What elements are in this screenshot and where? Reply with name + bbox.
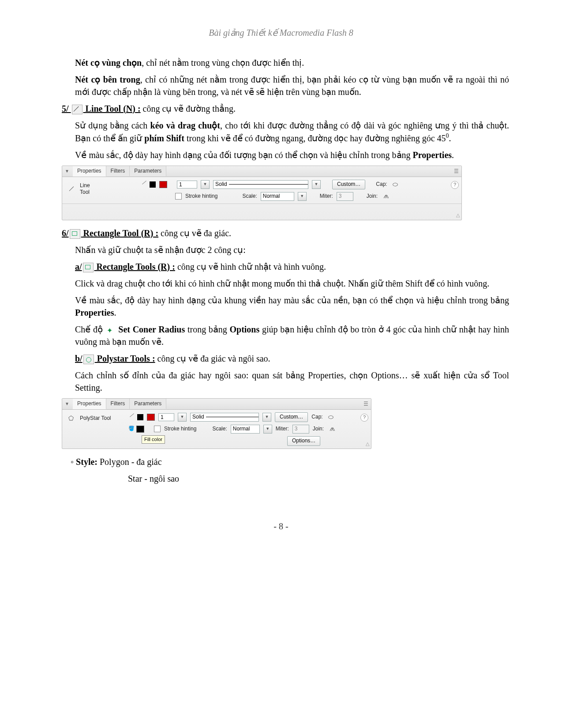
scale-label: Scale: (242, 192, 257, 200)
stroke-hinting-label: Stroke hinting (185, 192, 217, 200)
panel-menu-icon[interactable]: ☰ (363, 400, 368, 408)
page-header: Bài giảng Thiết kế Macromedia Flash 8 (53, 26, 509, 39)
para-style-polygon: ◦ Style: Polygon - đa giác (71, 456, 509, 468)
panel-resize-icon[interactable]: △ (366, 441, 369, 447)
panel-collapse-icon[interactable]: ▼ (65, 401, 69, 407)
stroke-style-select[interactable]: Solid (190, 413, 259, 422)
fill-color-picker[interactable] (136, 426, 144, 433)
miter-label: Miter: (320, 192, 333, 200)
miter-input[interactable]: 3 (292, 425, 309, 434)
polystar-tool-icon (83, 355, 94, 364)
page-number: - 8 - (53, 520, 509, 532)
tab-filters[interactable]: Filters (106, 166, 130, 176)
scale-select[interactable]: Normal (231, 425, 260, 434)
para-brush-selection: Nét cọ vùng chọn, chỉ nét nằm trong vùng… (75, 57, 509, 69)
miter-label: Miter: (276, 425, 289, 433)
fill-color-group[interactable] (129, 426, 144, 433)
line-tool-icon (68, 185, 75, 192)
custom-button[interactable]: Custom… (275, 412, 308, 422)
panel-tabs: ▼ Properties Filters Parameters (62, 166, 461, 177)
tab-parameters[interactable]: Parameters (130, 166, 166, 176)
stroke-hinting-checkbox[interactable] (154, 426, 161, 432)
tab-properties[interactable]: Properties (73, 166, 106, 177)
stroke-style-dropdown[interactable]: ▼ (312, 180, 321, 189)
rectangle-tool-icon (83, 263, 94, 272)
stroke-hinting-label: Stroke hinting (164, 425, 196, 433)
custom-button[interactable]: Custom… (332, 180, 365, 189)
stroke-color-picker[interactable] (147, 414, 155, 421)
para-polystar-usage: Cách chỉnh số đỉnh của đa giác hay ngôi … (75, 369, 509, 394)
cap-label: Cap: (311, 413, 322, 421)
paint-bucket-icon (129, 426, 135, 432)
stroke-width-dropdown[interactable]: ▼ (201, 180, 210, 189)
tab-properties[interactable]: Properties (73, 399, 106, 409)
stroke-color-swatch[interactable] (137, 414, 143, 420)
section-5-heading: 5/ Line Tool (N) : công cụ vẽ đường thẳn… (75, 102, 509, 115)
polystar-tool-icon (68, 415, 75, 422)
scale-dropdown[interactable]: ▼ (298, 192, 307, 201)
para-line-usage: Sử dụng bằng cách kéo và drag chuột, cho… (75, 119, 509, 144)
tab-filters[interactable]: Filters (106, 399, 130, 409)
section-6-heading: 6/ Rectangle Tool (R) : công cụ vẽ đa gi… (75, 227, 509, 239)
para-rect-props: Về màu sắc, độ dày hay hình dạng của khu… (75, 294, 509, 319)
scale-select[interactable]: Normal (261, 192, 294, 201)
stroke-style-select[interactable]: Solid (213, 180, 308, 189)
miter-input[interactable]: 3 (337, 192, 353, 201)
panel-collapse-icon[interactable]: ▼ (65, 168, 69, 174)
stroke-style-dropdown[interactable]: ▼ (262, 413, 271, 422)
panel-tabs: ▼ Properties Filters Parameters (62, 399, 371, 410)
scale-dropdown[interactable]: ▼ (263, 425, 272, 434)
line-tool-icon (72, 105, 82, 114)
join-label: Join: (313, 425, 324, 433)
fill-color-tooltip: Fill color (142, 435, 165, 444)
para-rect-intro: Nhấn và giữ chuột ta sẽ nhận được 2 công… (75, 244, 509, 256)
help-icon[interactable]: ? (451, 181, 459, 189)
subsection-a-heading: a/ Rectangle Tools (R) : công cụ vẽ hình… (75, 260, 509, 273)
corner-radius-icon (107, 327, 115, 334)
cap-icon[interactable]: ⬭ (328, 413, 333, 422)
stroke-width-input[interactable] (158, 413, 174, 421)
para-brush-inside: Nét cọ bên trong, chỉ có những nét nằm t… (75, 73, 509, 98)
properties-panel-polystar: ▼ Properties Filters Parameters ☰ ? Poly… (62, 398, 371, 449)
cap-icon[interactable]: ⬭ (393, 180, 398, 189)
para-style-star: Star - ngôi sao (128, 472, 509, 485)
stroke-width-input[interactable] (177, 181, 197, 189)
stroke-hinting-checkbox[interactable] (175, 193, 182, 200)
cap-label: Cap: (376, 181, 387, 188)
options-button[interactable]: Options… (287, 436, 320, 446)
panel-menu-icon[interactable]: ☰ (454, 168, 459, 175)
join-icon[interactable]: ⩕ (383, 192, 389, 201)
join-icon[interactable]: ⩕ (329, 425, 335, 434)
properties-panel-line: ▼ Properties Filters Parameters ☰ ? Line… (62, 166, 462, 220)
tab-parameters[interactable]: Parameters (130, 399, 166, 409)
tool-name-label: Line Tool (80, 182, 90, 196)
tool-name-label: PolyStar Tool (80, 415, 111, 422)
join-label: Join: (367, 192, 378, 200)
panel-resize-icon[interactable]: △ (456, 212, 460, 219)
stroke-width-dropdown[interactable]: ▼ (178, 413, 187, 422)
stroke-color-picker[interactable] (159, 181, 167, 188)
scale-label: Scale: (212, 425, 227, 433)
para-rect-usage: Click và drag chuột cho tới khi có hình … (75, 277, 509, 290)
rectangle-tool-icon (70, 229, 80, 239)
subsection-b-heading: b/ Polystar Tools : công cụ vẽ đa giác v… (75, 352, 509, 365)
stroke-color-swatch[interactable] (150, 181, 156, 188)
para-corner-radius: Chế độ Set Coner Radius trong bảng Optio… (75, 323, 509, 348)
para-line-props: Về màu sắc, độ dày hay hình dạng của đối… (75, 149, 509, 161)
